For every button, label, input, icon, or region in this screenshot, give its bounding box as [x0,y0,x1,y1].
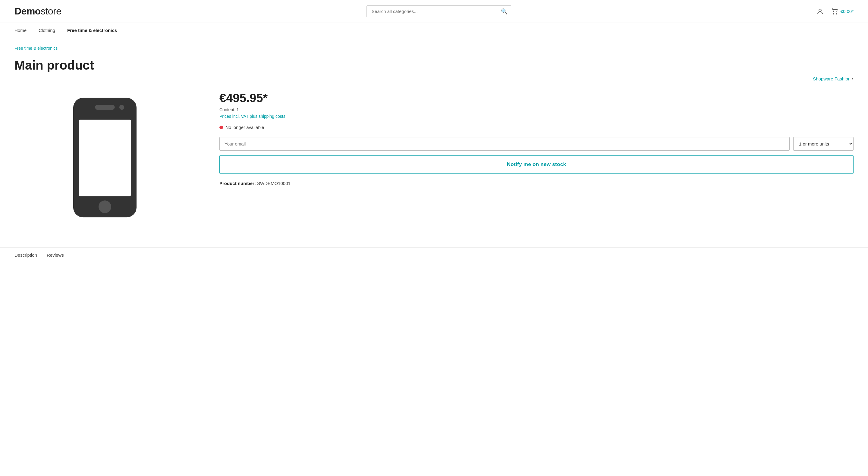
product-image-area: Main product [14,58,195,233]
svg-rect-5 [95,105,115,110]
nav-clothing[interactable]: Clothing [33,23,61,38]
logo-light: store [41,6,61,17]
main-content: Main product Shopware Fashion › €495.95*… [0,53,868,247]
logo[interactable]: Demostore [14,6,61,17]
email-input[interactable] [219,137,789,151]
svg-point-2 [836,13,836,14]
cart-icon [831,8,838,15]
nav-free-time[interactable]: Free time & electronics [61,23,123,38]
manufacturer-arrow: › [852,76,854,81]
header-actions: €0.00* [816,8,854,15]
product-image [14,82,195,233]
product-number-label: Product number: [219,181,256,186]
bottom-tabs: Description Reviews [0,247,868,264]
notify-row: 1 or more units 2 or more units 5 or mor… [219,137,854,151]
product-price: €495.95* [219,91,854,105]
tab-description[interactable]: Description [14,252,37,259]
cart-button[interactable]: €0.00* [831,8,854,15]
availability-text: No longer available [225,125,264,130]
notify-button[interactable]: Notify me on new stock [219,155,854,173]
header: Demostore 🔍 €0.00* [0,0,868,23]
logo-bold: Demo [14,6,41,17]
product-content: Content: 1 [219,107,854,112]
svg-rect-4 [79,120,131,196]
availability-dot [219,126,223,129]
svg-point-1 [833,13,834,14]
svg-point-7 [98,200,111,213]
search-icon: 🔍 [501,8,507,15]
manufacturer-link[interactable]: Shopware Fashion [813,76,850,81]
cart-label: €0.00* [841,9,854,14]
breadcrumb-link[interactable]: Free time & electronics [14,46,58,51]
user-icon-button[interactable] [816,8,824,15]
user-icon [816,8,824,15]
product-details: Shopware Fashion › €495.95* Content: 1 P… [219,58,854,186]
vat-link[interactable]: Prices incl. VAT plus shipping costs [219,114,854,119]
availability: No longer available [219,125,854,130]
product-number-value: SWDEMO10001 [257,181,290,186]
search-bar: 🔍 [367,5,511,17]
svg-point-0 [819,9,821,11]
manufacturer: Shopware Fashion › [219,76,854,82]
product-title: Main product [14,58,195,73]
svg-point-6 [119,105,124,110]
main-nav: Home Clothing Free time & electronics [0,23,868,38]
units-select[interactable]: 1 or more units 2 or more units 5 or mor… [793,137,854,151]
nav-home[interactable]: Home [14,23,33,38]
product-number: Product number: SWDEMO10001 [219,181,854,186]
phone-icon [69,94,141,221]
tab-reviews[interactable]: Reviews [47,252,64,259]
breadcrumb: Free time & electronics [0,38,868,53]
search-input[interactable] [367,5,511,17]
